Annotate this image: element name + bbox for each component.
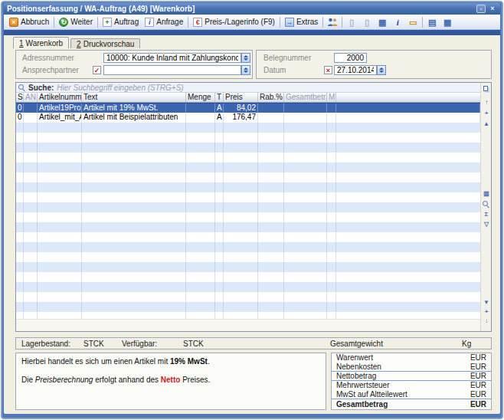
column-header-gesamtbetrag[interactable]: Gesamtbetrag [284,93,327,102]
total-row-warenwert: WarenwertEUR [332,353,491,363]
copy-icon[interactable] [483,86,488,91]
panel-left-button[interactable]: ▯ [345,15,358,28]
toolbar-separator [54,17,54,28]
weiter-button[interactable]: ↻ Weiter [56,15,96,28]
cell-m [327,113,336,123]
datum-spinner[interactable] [377,65,386,75]
scroll-bottom-icon[interactable]: ↓ [482,317,491,326]
content-area: 1 Warenkorb 2 Druckvorschau Adressnummer… [4,35,500,414]
column-header-preis[interactable]: Preis [224,93,258,102]
total-row-nettobetrag: NettobetragEUR [332,372,491,381]
column-header-text[interactable]: Text [82,93,186,102]
cell-an [24,113,38,123]
cancel-icon: × [9,18,18,27]
row-append-icon[interactable]: + [482,307,491,317]
window-layout-icon: ▭ [409,18,417,27]
status-bar: Lagerbestand: STCK Verfügbar: STCK Gesam… [15,337,492,349]
cell-s: 0 [16,113,24,123]
column-header-artikelnummer[interactable]: Artikelnummer [38,93,82,102]
preis-lagerinfo-label: Preis-/Lagerinfo (F9) [205,18,275,26]
table-row-selected[interactable]: 0 Artikel19Prozent Artikel mit 19% MwSt.… [16,103,480,113]
info-icon: i [397,18,399,27]
contacts-button[interactable] [326,15,339,28]
tab-label: Druckvorschau [83,40,135,48]
scroll-down-icon[interactable]: ▼ [482,298,491,307]
table-row[interactable]: 0 Artikel_mit_Attribu Artikel mit Beispi… [16,113,480,123]
row-insert-icon[interactable]: + [482,109,491,118]
search-icon [18,84,25,91]
tab-bar: 1 Warenkorb 2 Druckvorschau [13,37,142,48]
toolbar-separator [97,17,98,28]
tab-druckvorschau[interactable]: 2 Druckvorschau [70,38,140,48]
tab-warenkorb[interactable]: 1 Warenkorb [13,37,69,48]
app-window: Positionserfassung / WA-Auftrag (A49) [W… [1,1,503,419]
total-row-nebenkosten: NebenkostenEUR [332,363,491,372]
adressnummer-field[interactable] [103,53,241,63]
doc-export-button[interactable]: ▤ [425,15,439,28]
column-header-t[interactable]: T [215,93,224,102]
contacts-icon [327,18,338,27]
horizontal-scroll-track[interactable] [16,319,480,331]
ansprechpartner-field[interactable] [103,65,241,75]
restore-icon[interactable]: ▫ [476,5,486,13]
grid-edit-icon: ▦ [378,18,386,27]
clear-date-icon[interactable]: × [324,66,332,74]
cell-rab [258,113,284,123]
search-hint: Hier Suchbegriff eingeben (STRG+S) [57,84,183,92]
header-band [4,30,500,35]
spin-up-icon [379,67,384,70]
column-header-menge[interactable]: Menge [186,93,215,102]
scroll-up-icon[interactable]: ▲ [482,120,491,129]
scroll-top-icon[interactable]: ↑ [482,98,491,107]
weiter-label: Weiter [70,18,93,26]
edit-check-icon[interactable]: ✓ [93,66,101,74]
total-row-mehrwertsteuer: MehrwertsteuerEUR [332,381,491,390]
belegnummer-label: Belegnummer [263,54,311,62]
cell-t: A [215,113,224,123]
extras-label: Extras [296,18,318,26]
column-header-an[interactable]: AN [24,93,38,102]
column-header-m[interactable]: M [327,93,336,102]
toolbar-separator [322,17,323,28]
lagerbestand-value: STCK [83,340,104,348]
anfrage-label: Anfrage [156,18,183,26]
close-icon[interactable]: × [488,5,497,13]
grid-edit-button[interactable]: ▦ [375,15,389,28]
ansprechpartner-spinner[interactable] [241,65,250,75]
extras-button[interactable]: → Extras [282,15,321,28]
filter-icon[interactable]: ▽ [482,220,491,229]
toolbar-separator [188,17,188,28]
document-panel: Belegnummer Datum × [256,50,492,79]
datum-field[interactable] [334,65,377,75]
cell-text: Artikel mit 19% MwSt. [82,103,186,113]
toolbar-separator [280,17,280,28]
column-header-filler [336,93,480,102]
sum-icon[interactable]: Σ [482,210,491,219]
abbruch-button[interactable]: × Abbruch [6,15,52,28]
grid-add-button[interactable]: ▦ [440,15,454,28]
spin-down-icon [379,71,384,73]
totals-panel: WarenwertEUR NebenkostenEUR NettobetragE… [331,353,492,410]
cell-gesamtbetrag [284,113,327,123]
adressnummer-spinner[interactable] [241,53,250,63]
spin-up-icon [244,67,248,70]
columns-icon[interactable]: ▥ [482,189,491,199]
auftrag-button[interactable]: + Auftrag [100,15,142,28]
address-panel: Adressnummer Ansprechpartner ✓ [15,50,253,79]
column-header-rab[interactable]: Rab.% [258,93,284,102]
spin-up-icon [244,55,248,57]
belegnummer-field[interactable] [334,53,367,63]
column-header-s[interactable]: S [16,93,24,102]
info-line-1: Hierbei handelt es sich um einen Artikel… [21,357,320,366]
lagerbestand-label: Lagerbestand: [21,340,70,348]
window-layout-button[interactable]: ▭ [406,15,420,28]
price-info-icon: € [193,18,202,27]
preis-lagerinfo-button[interactable]: € Preis-/Lagerinfo (F9) [190,15,278,28]
anfrage-button[interactable]: i Anfrage [142,15,186,28]
info-button[interactable]: i [391,15,404,28]
panel-right-button[interactable]: ▯ [360,15,374,28]
grid-search-row[interactable]: Suche: Hier Suchbegriff eingeben (STRG+S… [16,83,480,93]
zoom-icon[interactable] [483,201,489,208]
verfuegbar-label: Verfügbar: [122,340,157,348]
cell-m [327,103,336,113]
